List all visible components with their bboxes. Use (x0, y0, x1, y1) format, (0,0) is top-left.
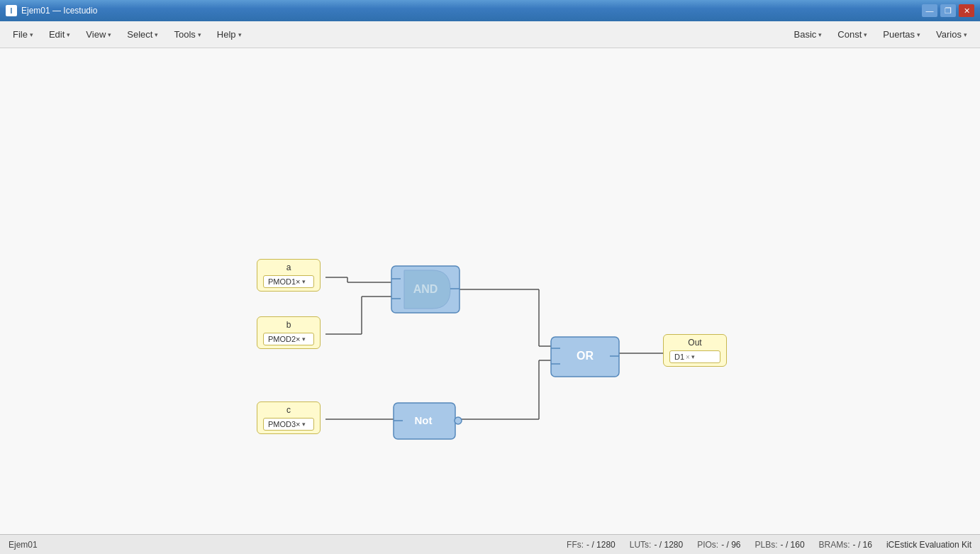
basic-arrow-icon: ▾ (818, 31, 822, 38)
window-title: Ejem01 — Icestudio (21, 6, 97, 16)
menu-basic[interactable]: Basic ▾ (787, 26, 830, 43)
output-label: Out (669, 338, 720, 348)
input-c-arrow-icon: ▾ (302, 421, 306, 428)
app-icon: I (6, 5, 17, 16)
minimize-button[interactable]: — (922, 4, 937, 17)
varios-arrow-icon: ▾ (964, 31, 967, 38)
board-value: iCEstick Evaluation Kit (886, 540, 971, 550)
menu-view[interactable]: View ▾ (79, 26, 118, 43)
menu-select[interactable]: Select ▾ (120, 26, 165, 43)
output-block[interactable]: Out D1 × ▾ (663, 334, 727, 367)
menu-left: File ▾ Edit ▾ View ▾ Select ▾ Tools ▾ He… (6, 26, 249, 43)
plbs-value: - / 160 (781, 540, 805, 550)
edit-arrow-icon: ▾ (67, 31, 70, 38)
const-arrow-icon: ▾ (864, 31, 867, 38)
status-project: Ejem01 (9, 540, 38, 550)
or-gate[interactable]: OR (550, 336, 620, 380)
input-a-value: PMOD1× (268, 277, 301, 286)
and-gate[interactable]: AND (390, 265, 461, 316)
input-b-arrow-icon: ▾ (302, 336, 306, 343)
luts-value: - / 1280 (654, 540, 683, 550)
brams-value: - / 16 (853, 540, 872, 550)
svg-text:Not: Not (415, 414, 433, 426)
status-pios: PIOs: - / 96 (697, 540, 740, 550)
menu-file[interactable]: File ▾ (6, 26, 40, 43)
tools-arrow-icon: ▾ (198, 31, 201, 38)
menu-const[interactable]: Const ▾ (830, 26, 874, 43)
canvas-area[interactable]: a PMOD1× ▾ b PMOD2× ▾ c PMOD3× ▾ (0, 48, 980, 534)
ffs-value: - / 1280 (586, 540, 616, 550)
output-select[interactable]: D1 × ▾ (669, 350, 720, 363)
ffs-label: FFs: (567, 540, 584, 550)
not-gate[interactable]: Not (392, 401, 463, 443)
or-gate-svg: OR (550, 336, 620, 378)
menu-varios[interactable]: Varios ▾ (929, 26, 974, 43)
output-arrow-icon: ▾ (691, 353, 695, 360)
status-board: iCEstick Evaluation Kit (886, 540, 971, 550)
view-arrow-icon: ▾ (108, 31, 111, 38)
menu-puertas[interactable]: Puertas ▾ (876, 26, 928, 43)
input-c-select[interactable]: PMOD3× ▾ (263, 418, 314, 431)
help-arrow-icon: ▾ (238, 31, 242, 38)
status-stats: FFs: - / 1280 LUTs: - / 1280 PIOs: - / 9… (567, 540, 971, 550)
input-b-select[interactable]: PMOD2× ▾ (263, 333, 314, 345)
pios-label: PIOs: (697, 540, 718, 550)
menu-help[interactable]: Help ▾ (210, 26, 249, 43)
puertas-arrow-icon: ▾ (917, 31, 920, 38)
output-value: D1 (674, 353, 684, 361)
brams-label: BRAMs: (819, 540, 850, 550)
status-ffs: FFs: - / 1280 (567, 540, 616, 550)
luts-label: LUTs: (630, 540, 652, 550)
input-b-value: PMOD2× (268, 335, 301, 343)
input-c-value: PMOD3× (268, 420, 301, 428)
input-a-label: a (263, 262, 314, 272)
input-a-select[interactable]: PMOD1× ▾ (263, 275, 314, 288)
title-bar: I Ejem01 — Icestudio — ❐ ✕ (0, 0, 980, 21)
title-bar-left: I Ejem01 — Icestudio (6, 5, 97, 16)
close-button[interactable]: ✕ (959, 4, 974, 17)
status-plbs: PLBs: - / 160 (755, 540, 805, 550)
input-block-b[interactable]: b PMOD2× ▾ (257, 316, 321, 349)
menu-tools[interactable]: Tools ▾ (167, 26, 208, 43)
input-block-c[interactable]: c PMOD3× ▾ (257, 401, 321, 434)
status-luts: LUTs: - / 1280 (630, 540, 683, 550)
status-bar: Ejem01 FFs: - / 1280 LUTs: - / 1280 PIOs… (0, 534, 980, 554)
file-arrow-icon: ▾ (30, 31, 33, 38)
input-b-label: b (263, 320, 314, 330)
wire-canvas (0, 48, 980, 534)
menu-right: Basic ▾ Const ▾ Puertas ▾ Varios ▾ (787, 26, 974, 43)
output-x-icon: × (686, 353, 690, 361)
maximize-button[interactable]: ❐ (940, 4, 956, 17)
pios-value: - / 96 (721, 540, 740, 550)
select-arrow-icon: ▾ (155, 31, 158, 38)
menu-edit[interactable]: Edit ▾ (42, 26, 77, 43)
input-block-a[interactable]: a PMOD1× ▾ (257, 259, 321, 292)
and-gate-svg: AND (390, 265, 461, 314)
input-c-label: c (263, 405, 314, 415)
plbs-label: PLBs: (755, 540, 778, 550)
menu-bar: File ▾ Edit ▾ View ▾ Select ▾ Tools ▾ He… (0, 21, 980, 48)
status-brams: BRAMs: - / 16 (819, 540, 872, 550)
window-controls: — ❐ ✕ (922, 4, 974, 17)
svg-point-27 (455, 417, 462, 424)
not-gate-svg: Not (392, 401, 463, 441)
input-a-arrow-icon: ▾ (302, 278, 306, 285)
svg-text:OR: OR (577, 350, 594, 362)
